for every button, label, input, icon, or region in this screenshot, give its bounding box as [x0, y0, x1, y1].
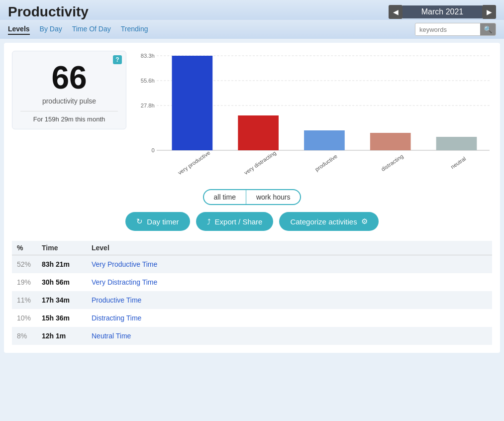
table-row: 8% 12h 1m Neutral Time: [12, 327, 492, 345]
svg-text:productive: productive: [314, 153, 338, 173]
svg-text:neutral: neutral: [450, 155, 467, 170]
export-share-label: Export / Share: [215, 217, 263, 226]
gear-icon: ⚙: [361, 217, 368, 226]
categorize-label: Categorize activities: [290, 217, 357, 226]
app-title: Productivity: [8, 4, 89, 20]
pulse-sub-text: For 159h 29m this month: [20, 115, 118, 123]
table-row: 10% 15h 36m Distracting Time: [12, 309, 492, 327]
action-row: ↻ Day timer ⤴ Export / Share Categorize …: [12, 212, 492, 231]
bar-chart: 83.3h 55.6h 27.8h 0 very productive very…: [136, 51, 492, 180]
tab-trending[interactable]: Trending: [121, 24, 148, 35]
svg-text:0: 0: [152, 147, 155, 153]
pulse-number: 66: [20, 60, 118, 95]
top-row: ? 66 productivity pulse For 159h 29m thi…: [12, 51, 492, 180]
cell-percent: 52%: [12, 255, 37, 274]
col-header-level: Level: [87, 241, 492, 255]
cell-level[interactable]: Distracting Time: [87, 309, 492, 327]
toggle-work-hours[interactable]: work hours: [246, 190, 300, 204]
table-header-row: % Time Level: [12, 241, 492, 255]
cell-time: 12h 1m: [37, 327, 87, 345]
tab-bar: Levels By Day Time Of Day Trending 🔍: [0, 20, 504, 39]
table-row: 19% 30h 56m Very Distracting Time: [12, 273, 492, 291]
svg-text:27.8h: 27.8h: [141, 103, 155, 108]
cell-level[interactable]: Productive Time: [87, 291, 492, 309]
main-content: ? 66 productivity pulse For 159h 29m thi…: [4, 43, 500, 353]
search-input[interactable]: [415, 24, 480, 35]
svg-text:83.3h: 83.3h: [141, 53, 155, 59]
day-timer-button[interactable]: ↻ Day timer: [125, 212, 190, 231]
toggle-group: all time work hours: [203, 189, 302, 205]
col-header-time: Time: [37, 241, 87, 255]
cell-percent: 8%: [12, 327, 37, 345]
table-row: 11% 17h 34m Productive Time: [12, 291, 492, 309]
cell-time: 17h 34m: [37, 291, 87, 309]
toggle-all-time[interactable]: all time: [204, 190, 246, 204]
header: Productivity ◀ March 2021 ▶: [0, 0, 504, 20]
pulse-card: ? 66 productivity pulse For 159h 29m thi…: [12, 51, 126, 129]
next-month-button[interactable]: ▶: [482, 5, 496, 19]
pulse-label: productivity pulse: [20, 97, 118, 105]
cell-percent: 11%: [12, 291, 37, 309]
bar-very-distracting: [238, 115, 279, 150]
export-share-button[interactable]: ⤴ Export / Share: [196, 212, 274, 231]
day-timer-label: Day timer: [147, 217, 179, 226]
table-row: 52% 83h 21m Very Productive Time: [12, 255, 492, 274]
cell-level[interactable]: Very Productive Time: [87, 255, 492, 274]
chart-area: 83.3h 55.6h 27.8h 0 very productive very…: [136, 51, 492, 180]
export-icon: ⤴: [207, 217, 211, 226]
search-button[interactable]: 🔍: [480, 23, 496, 35]
day-timer-icon: ↻: [136, 217, 143, 226]
search-box: 🔍: [415, 23, 496, 36]
cell-percent: 19%: [12, 273, 37, 291]
current-month-label: March 2021: [403, 5, 482, 18]
bar-productive: [304, 130, 345, 150]
pulse-help-button[interactable]: ?: [113, 55, 122, 64]
cell-time: 15h 36m: [37, 309, 87, 327]
tab-time-of-day[interactable]: Time Of Day: [72, 24, 111, 35]
tab-by-day[interactable]: By Day: [40, 24, 62, 35]
cell-time: 83h 21m: [37, 255, 87, 274]
cell-level[interactable]: Very Distracting Time: [87, 273, 492, 291]
date-nav: ◀ March 2021 ▶: [389, 5, 496, 19]
tab-levels[interactable]: Levels: [8, 24, 30, 35]
toggle-row: all time work hours: [12, 189, 492, 205]
categorize-button[interactable]: Categorize activities ⚙: [279, 212, 378, 231]
svg-text:distracting: distracting: [380, 153, 404, 172]
data-table: % Time Level 52% 83h 21m Very Productive…: [12, 241, 492, 345]
col-header-percent: %: [12, 241, 37, 255]
cell-level[interactable]: Neutral Time: [87, 327, 492, 345]
bar-neutral: [436, 137, 477, 150]
bar-distracting: [370, 133, 411, 150]
svg-text:very distracting: very distracting: [243, 150, 277, 176]
svg-text:very productive: very productive: [177, 150, 211, 176]
bar-very-productive: [172, 56, 213, 150]
svg-text:55.6h: 55.6h: [141, 78, 155, 84]
prev-month-button[interactable]: ◀: [389, 5, 403, 19]
cell-percent: 10%: [12, 309, 37, 327]
cell-time: 30h 56m: [37, 273, 87, 291]
